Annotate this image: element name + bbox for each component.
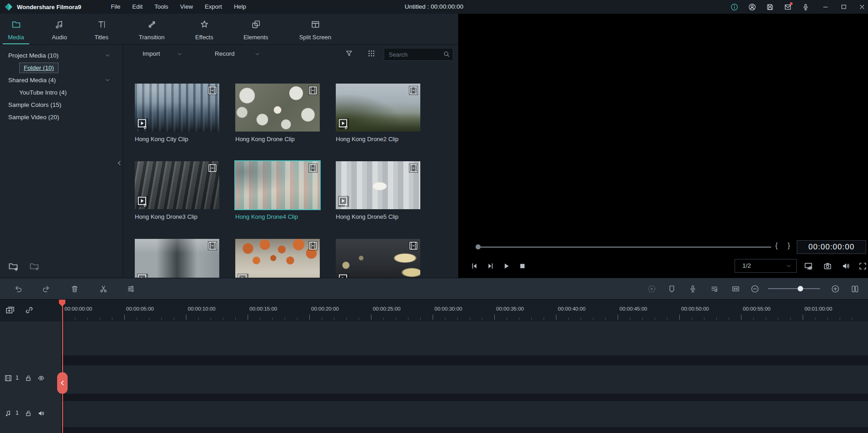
timeline-ruler[interactable]: 00:00:00:0000:00:05:0000:00:10:0000:00:1… (0, 300, 868, 322)
video-track-lane[interactable] (0, 365, 868, 394)
tab-audio[interactable]: Audio (37, 14, 81, 44)
snapshot-icon[interactable] (823, 262, 832, 270)
zoom-out-icon[interactable] (751, 285, 759, 293)
sidebar-item-folder-10[interactable]: Folder (10) (0, 62, 122, 74)
timeline-upper-lane[interactable] (0, 322, 868, 355)
playback-quality-value: 1/2 (742, 259, 751, 272)
volume-icon[interactable] (842, 262, 850, 270)
media-thumbnail[interactable]: p (135, 239, 219, 278)
menu-edit[interactable]: Edit (127, 0, 148, 14)
menu-tools[interactable]: Tools (148, 0, 174, 14)
redo-icon[interactable] (42, 285, 50, 293)
chevron-down-icon[interactable] (105, 53, 111, 58)
filter-icon[interactable] (345, 49, 353, 58)
media-item[interactable]: pHong Kong Drone2 Clip (336, 84, 420, 143)
chevron-down-icon[interactable] (105, 77, 111, 83)
delete-folder-icon[interactable] (29, 261, 39, 271)
tab-titles[interactable]: Titles (79, 14, 123, 44)
tab-split-screen[interactable]: Split Screen (293, 14, 337, 44)
marker-icon[interactable] (667, 285, 676, 293)
search-input[interactable] (388, 49, 441, 60)
render-preview-icon[interactable] (647, 285, 656, 293)
minimize-icon[interactable] (822, 4, 829, 10)
grid-view-icon[interactable] (367, 49, 376, 58)
sidebar-item-shared-media-4[interactable]: Shared Media (4) (0, 74, 122, 86)
media-thumbnail[interactable]: p (235, 239, 320, 278)
record-button[interactable]: Record (215, 48, 235, 60)
media-thumbnail[interactable]: p (135, 84, 219, 132)
info-icon[interactable] (730, 3, 738, 11)
mark-out-button[interactable]: } (788, 242, 790, 250)
ruler-major-tick (248, 315, 248, 320)
menu-file[interactable]: File (105, 0, 127, 14)
next-frame-icon[interactable] (487, 262, 494, 270)
fit-timeline-icon[interactable] (731, 285, 740, 293)
close-icon[interactable] (859, 4, 865, 10)
display-settings-icon[interactable] (804, 262, 813, 270)
sidebar-collapse-handle[interactable] (116, 159, 122, 167)
import-chevron-icon[interactable] (177, 51, 183, 57)
import-button[interactable]: Import (143, 48, 160, 60)
maximize-icon[interactable] (841, 4, 847, 10)
menu-help[interactable]: Help (228, 0, 252, 14)
media-thumbnail[interactable]: p (336, 84, 420, 132)
lock-open-icon[interactable] (25, 375, 32, 382)
delete-icon[interactable] (70, 285, 79, 293)
fullscreen-icon[interactable] (858, 262, 867, 270)
track-manager-icon[interactable] (851, 285, 859, 293)
mixer-icon[interactable] (710, 285, 719, 293)
clip-trim-handle[interactable] (57, 372, 68, 394)
media-thumbnail[interactable]: p (336, 161, 420, 209)
audio-track-lane[interactable] (0, 401, 868, 427)
eye-icon[interactable] (37, 375, 45, 382)
media-thumbnail[interactable]: p (336, 239, 420, 278)
tab-effects[interactable]: Effects (182, 14, 226, 44)
scrubber-handle[interactable] (476, 244, 481, 249)
adjust-icon[interactable] (127, 285, 135, 293)
tab-media[interactable]: Media (0, 14, 38, 44)
media-item[interactable]: Hong Kong Drone4 Clip (235, 161, 320, 220)
messages-icon[interactable] (784, 3, 792, 11)
sidebar-item-project-media-10[interactable]: Project Media (10) (0, 49, 122, 62)
link-icon[interactable] (25, 306, 34, 315)
menu-export[interactable]: Export (199, 0, 228, 14)
undo-icon[interactable] (14, 285, 23, 293)
speaker-icon[interactable] (37, 410, 45, 417)
save-icon[interactable] (766, 3, 774, 11)
voiceover-icon[interactable] (802, 3, 810, 11)
media-thumbnail[interactable] (235, 161, 320, 209)
media-item[interactable]: pHong Kong City Clip (135, 84, 219, 143)
media-item[interactable]: Hong Kong Drone Clip (235, 84, 320, 143)
add-media-track-icon[interactable] (5, 306, 15, 315)
add-folder-icon[interactable] (8, 261, 18, 271)
play-icon[interactable] (503, 262, 510, 270)
zoom-slider-knob[interactable] (798, 286, 803, 291)
playback-quality-dropdown[interactable]: 1/2 (735, 259, 797, 273)
media-item[interactable]: pHong Kong Drone5 Clip (336, 161, 420, 220)
media-thumbnail[interactable]: p (135, 161, 219, 209)
lock-open-icon[interactable] (25, 410, 32, 417)
mark-in-button[interactable]: { (775, 242, 778, 250)
sidebar-item-sample-video-20[interactable]: Sample Video (20) (0, 111, 122, 123)
tab-elements[interactable]: Elements (234, 14, 278, 44)
zoom-in-icon[interactable] (831, 285, 840, 293)
search-icon[interactable] (443, 51, 450, 58)
account-icon[interactable] (748, 3, 756, 11)
media-item[interactable]: p (336, 239, 420, 278)
media-item[interactable]: p (135, 239, 219, 278)
ruler-timestamp: 00:00:10:00 (188, 306, 216, 312)
scrubber-track[interactable] (481, 247, 771, 248)
media-thumbnail[interactable] (235, 84, 320, 132)
sidebar-item-sample-colors-15[interactable]: Sample Colors (15) (0, 99, 122, 111)
menu-view[interactable]: View (174, 0, 199, 14)
prev-frame-icon[interactable] (471, 262, 478, 270)
media-item[interactable]: p (235, 239, 320, 278)
record-chevron-icon[interactable] (254, 51, 260, 57)
voiceover-icon[interactable] (688, 285, 697, 293)
timeline-zoom-slider[interactable] (768, 288, 820, 289)
tab-transition[interactable]: Transition (130, 14, 174, 44)
media-item[interactable]: pHong Kong Drone3 Clip (135, 161, 219, 220)
cut-icon[interactable] (99, 285, 108, 293)
stop-icon[interactable] (519, 262, 526, 270)
sidebar-item-youtube-intro-4[interactable]: YouTube Intro (4) (0, 86, 122, 99)
